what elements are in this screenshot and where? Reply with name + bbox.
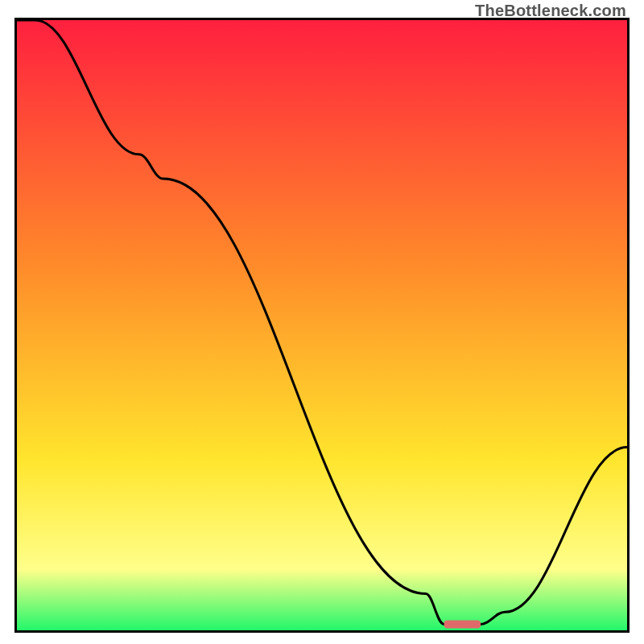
- plot-frame: [14, 18, 630, 633]
- plot-svg: [17, 20, 627, 630]
- watermark-text: TheBottleneck.com: [475, 2, 626, 20]
- gradient-background: [17, 20, 627, 630]
- optimal-marker: [444, 620, 481, 628]
